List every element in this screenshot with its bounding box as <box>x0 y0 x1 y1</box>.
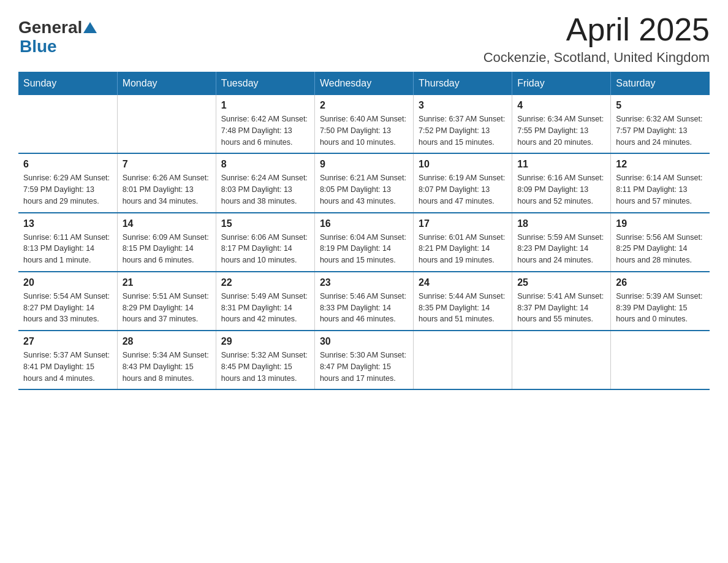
calendar-week-row: 20Sunrise: 5:54 AM Sunset: 8:27 PM Dayli… <box>18 272 710 331</box>
calendar-cell <box>611 331 710 389</box>
calendar-cell: 29Sunrise: 5:32 AM Sunset: 8:45 PM Dayli… <box>216 331 314 389</box>
calendar-cell <box>18 95 117 153</box>
day-number: 29 <box>221 336 309 347</box>
calendar-cell: 12Sunrise: 6:14 AM Sunset: 8:11 PM Dayli… <box>611 153 710 212</box>
calendar-cell: 18Sunrise: 5:59 AM Sunset: 8:23 PM Dayli… <box>512 213 611 272</box>
day-info: Sunrise: 5:51 AM Sunset: 8:29 PM Dayligh… <box>123 291 211 325</box>
header-row: SundayMondayTuesdayWednesdayThursdayFrid… <box>18 72 710 95</box>
calendar-cell: 2Sunrise: 6:40 AM Sunset: 7:50 PM Daylig… <box>314 95 413 153</box>
day-info: Sunrise: 6:16 AM Sunset: 8:09 PM Dayligh… <box>517 172 605 207</box>
calendar-cell: 4Sunrise: 6:34 AM Sunset: 7:55 PM Daylig… <box>512 95 611 153</box>
header-tuesday: Tuesday <box>216 72 314 95</box>
day-number: 17 <box>419 218 507 229</box>
day-info: Sunrise: 6:24 AM Sunset: 8:03 PM Dayligh… <box>221 172 309 207</box>
day-info: Sunrise: 6:34 AM Sunset: 7:55 PM Dayligh… <box>517 113 605 148</box>
calendar-cell: 20Sunrise: 5:54 AM Sunset: 8:27 PM Dayli… <box>18 272 117 331</box>
main-title: April 2025 <box>483 12 710 47</box>
calendar-cell: 22Sunrise: 5:49 AM Sunset: 8:31 PM Dayli… <box>216 272 314 331</box>
day-info: Sunrise: 6:32 AM Sunset: 7:57 PM Dayligh… <box>616 113 705 148</box>
calendar-cell: 15Sunrise: 6:06 AM Sunset: 8:17 PM Dayli… <box>216 213 314 272</box>
calendar-cell: 13Sunrise: 6:11 AM Sunset: 8:13 PM Dayli… <box>18 213 117 272</box>
calendar-cell: 7Sunrise: 6:26 AM Sunset: 8:01 PM Daylig… <box>117 153 216 212</box>
calendar-cell: 6Sunrise: 6:29 AM Sunset: 7:59 PM Daylig… <box>18 153 117 212</box>
day-number: 23 <box>320 277 408 288</box>
logo-text-blue: Blue <box>20 37 97 56</box>
day-number: 13 <box>23 218 112 229</box>
day-number: 26 <box>616 277 705 288</box>
calendar-cell: 30Sunrise: 5:30 AM Sunset: 8:47 PM Dayli… <box>314 331 413 389</box>
day-number: 14 <box>123 218 211 229</box>
day-number: 4 <box>517 100 605 111</box>
day-info: Sunrise: 6:42 AM Sunset: 7:48 PM Dayligh… <box>221 113 309 148</box>
day-number: 5 <box>616 100 705 111</box>
day-info: Sunrise: 5:59 AM Sunset: 8:23 PM Dayligh… <box>517 232 605 266</box>
day-info: Sunrise: 6:40 AM Sunset: 7:50 PM Dayligh… <box>320 113 408 148</box>
day-number: 6 <box>23 159 112 170</box>
day-number: 3 <box>419 100 507 111</box>
day-number: 9 <box>320 159 408 170</box>
day-number: 7 <box>123 159 211 170</box>
day-info: Sunrise: 5:49 AM Sunset: 8:31 PM Dayligh… <box>221 291 309 325</box>
header-saturday: Saturday <box>611 72 710 95</box>
page-header: General Blue April 2025 Cockenzie, Scotl… <box>18 12 710 66</box>
day-info: Sunrise: 6:29 AM Sunset: 7:59 PM Dayligh… <box>23 172 112 207</box>
logo: General Blue <box>18 18 97 56</box>
day-number: 20 <box>23 277 112 288</box>
calendar-cell: 3Sunrise: 6:37 AM Sunset: 7:52 PM Daylig… <box>414 95 512 153</box>
day-number: 24 <box>419 277 507 288</box>
day-info: Sunrise: 5:32 AM Sunset: 8:45 PM Dayligh… <box>221 350 309 384</box>
calendar-cell: 25Sunrise: 5:41 AM Sunset: 8:37 PM Dayli… <box>512 272 611 331</box>
day-info: Sunrise: 5:41 AM Sunset: 8:37 PM Dayligh… <box>517 291 605 325</box>
day-info: Sunrise: 5:44 AM Sunset: 8:35 PM Dayligh… <box>419 291 507 325</box>
calendar-week-row: 1Sunrise: 6:42 AM Sunset: 7:48 PM Daylig… <box>18 95 710 153</box>
day-number: 2 <box>320 100 408 111</box>
day-info: Sunrise: 6:26 AM Sunset: 8:01 PM Dayligh… <box>123 172 211 207</box>
day-number: 27 <box>23 336 112 347</box>
header-wednesday: Wednesday <box>314 72 413 95</box>
day-number: 19 <box>616 218 705 229</box>
calendar-cell: 14Sunrise: 6:09 AM Sunset: 8:15 PM Dayli… <box>117 213 216 272</box>
day-number: 10 <box>419 159 507 170</box>
calendar-cell <box>512 331 611 389</box>
day-info: Sunrise: 6:14 AM Sunset: 8:11 PM Dayligh… <box>616 172 705 207</box>
calendar-cell: 16Sunrise: 6:04 AM Sunset: 8:19 PM Dayli… <box>314 213 413 272</box>
calendar-table: SundayMondayTuesdayWednesdayThursdayFrid… <box>18 72 710 390</box>
day-info: Sunrise: 5:30 AM Sunset: 8:47 PM Dayligh… <box>320 350 408 384</box>
calendar-cell: 26Sunrise: 5:39 AM Sunset: 8:39 PM Dayli… <box>611 272 710 331</box>
day-info: Sunrise: 6:04 AM Sunset: 8:19 PM Dayligh… <box>320 232 408 266</box>
calendar-header: SundayMondayTuesdayWednesdayThursdayFrid… <box>18 72 710 95</box>
calendar-cell: 1Sunrise: 6:42 AM Sunset: 7:48 PM Daylig… <box>216 95 314 153</box>
calendar-cell: 8Sunrise: 6:24 AM Sunset: 8:03 PM Daylig… <box>216 153 314 212</box>
day-info: Sunrise: 5:46 AM Sunset: 8:33 PM Dayligh… <box>320 291 408 325</box>
calendar-cell: 24Sunrise: 5:44 AM Sunset: 8:35 PM Dayli… <box>414 272 512 331</box>
logo-triangle-icon <box>83 21 97 34</box>
day-number: 22 <box>221 277 309 288</box>
day-info: Sunrise: 6:01 AM Sunset: 8:21 PM Dayligh… <box>419 232 507 266</box>
day-info: Sunrise: 6:09 AM Sunset: 8:15 PM Dayligh… <box>123 232 211 266</box>
logo-text-general: General <box>18 18 82 37</box>
header-friday: Friday <box>512 72 611 95</box>
day-number: 16 <box>320 218 408 229</box>
subtitle: Cockenzie, Scotland, United Kingdom <box>483 50 710 66</box>
calendar-week-row: 6Sunrise: 6:29 AM Sunset: 7:59 PM Daylig… <box>18 153 710 212</box>
calendar-cell: 19Sunrise: 5:56 AM Sunset: 8:25 PM Dayli… <box>611 213 710 272</box>
calendar-cell: 21Sunrise: 5:51 AM Sunset: 8:29 PM Dayli… <box>117 272 216 331</box>
calendar-week-row: 13Sunrise: 6:11 AM Sunset: 8:13 PM Dayli… <box>18 213 710 272</box>
day-number: 25 <box>517 277 605 288</box>
calendar-body: 1Sunrise: 6:42 AM Sunset: 7:48 PM Daylig… <box>18 95 710 389</box>
day-info: Sunrise: 5:56 AM Sunset: 8:25 PM Dayligh… <box>616 232 705 266</box>
day-number: 1 <box>221 100 309 111</box>
svg-marker-0 <box>83 22 97 33</box>
day-number: 30 <box>320 336 408 347</box>
title-section: April 2025 Cockenzie, Scotland, United K… <box>483 12 710 66</box>
header-thursday: Thursday <box>414 72 512 95</box>
day-info: Sunrise: 6:21 AM Sunset: 8:05 PM Dayligh… <box>320 172 408 207</box>
header-sunday: Sunday <box>18 72 117 95</box>
calendar-cell: 28Sunrise: 5:34 AM Sunset: 8:43 PM Dayli… <box>117 331 216 389</box>
calendar-week-row: 27Sunrise: 5:37 AM Sunset: 8:41 PM Dayli… <box>18 331 710 389</box>
day-number: 12 <box>616 159 705 170</box>
day-info: Sunrise: 5:39 AM Sunset: 8:39 PM Dayligh… <box>616 291 705 325</box>
day-number: 28 <box>123 336 211 347</box>
calendar-cell <box>117 95 216 153</box>
day-info: Sunrise: 5:34 AM Sunset: 8:43 PM Dayligh… <box>123 350 211 384</box>
